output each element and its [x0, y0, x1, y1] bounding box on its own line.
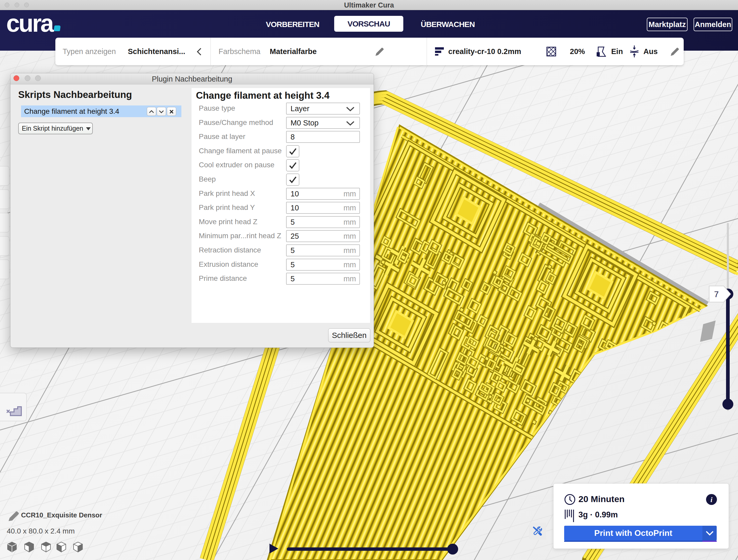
svg-text:i: i [710, 496, 713, 504]
svg-text:7: 7 [714, 290, 719, 299]
